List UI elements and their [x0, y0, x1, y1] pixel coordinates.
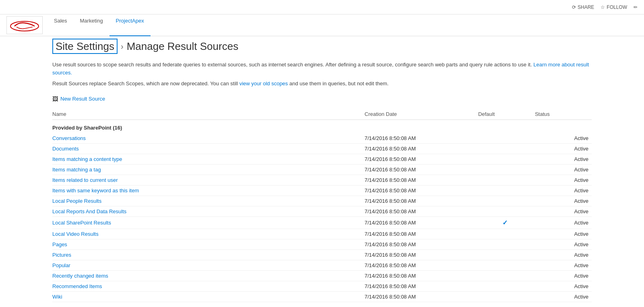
- col-header-date: Creation Date: [365, 109, 478, 120]
- result-source-date: 7/14/2016 8:50:08 AM: [365, 133, 478, 144]
- result-sources-table: Name Creation Date Default Status Provid…: [52, 109, 592, 302]
- result-source-link[interactable]: Wiki: [52, 294, 62, 300]
- result-source-link[interactable]: Conversations: [52, 135, 86, 141]
- result-source-status: Active: [535, 164, 592, 175]
- result-source-status: Active: [535, 260, 592, 270]
- result-source-default: [478, 196, 535, 206]
- result-source-default: [478, 270, 535, 281]
- result-source-link[interactable]: Popular: [52, 262, 70, 268]
- view-scopes-link[interactable]: view your old scopes: [239, 80, 288, 87]
- table-row: Items related to current user7/14/2016 8…: [52, 175, 592, 185]
- main-content: Use result sources to scope search resul…: [0, 57, 644, 307]
- nav-tab-projectapex[interactable]: ProjectApex: [109, 14, 151, 36]
- description-main: Use result sources to scope search resul…: [52, 61, 592, 76]
- new-result-icon: 🖼: [52, 96, 58, 102]
- result-source-status: Active: [535, 291, 592, 302]
- result-source-date: 7/14/2016 8:50:08 AM: [365, 249, 478, 260]
- table-row: Local Reports And Data Results7/14/2016 …: [52, 206, 592, 216]
- star-icon: ☆: [601, 4, 605, 10]
- result-source-date: 7/14/2016 8:50:08 AM: [365, 154, 478, 164]
- result-source-date: 7/14/2016 8:50:08 AM: [365, 281, 478, 291]
- table-row: Popular7/14/2016 8:50:08 AMActive: [52, 260, 592, 270]
- result-source-status: Active: [535, 133, 592, 144]
- nav-tab-sales[interactable]: Sales: [47, 14, 74, 36]
- table-row: Items matching a tag7/14/2016 8:50:08 AM…: [52, 164, 592, 175]
- share-icon: ⟳: [572, 4, 576, 10]
- table-row: Local SharePoint Results7/14/2016 8:50:0…: [52, 216, 592, 229]
- result-source-default: [478, 143, 535, 154]
- edit-icon: ✏: [634, 4, 638, 10]
- share-action[interactable]: ⟳ SHARE: [572, 4, 594, 10]
- table-row: Items with same keyword as this item7/14…: [52, 185, 592, 196]
- result-source-status: Active: [535, 270, 592, 281]
- follow-label: FOLLOW: [607, 4, 627, 10]
- result-source-default: [478, 291, 535, 302]
- table-row: Recently changed items7/14/2016 8:50:08 …: [52, 270, 592, 281]
- result-source-date: 7/14/2016 8:50:08 AM: [365, 216, 478, 229]
- result-source-default: [478, 154, 535, 164]
- result-source-link[interactable]: Local Reports And Data Results: [52, 208, 126, 214]
- table-row: Local Video Results7/14/2016 8:50:08 AMA…: [52, 229, 592, 239]
- page-title: Manage Result Sources: [127, 40, 238, 53]
- result-source-link[interactable]: Items with same keyword as this item: [52, 187, 139, 194]
- result-source-status: Active: [535, 281, 592, 291]
- top-bar-actions: ⟳ SHARE ☆ FOLLOW ✏: [572, 4, 638, 10]
- result-source-default: [478, 175, 535, 185]
- result-source-date: 7/14/2016 8:50:08 AM: [365, 196, 478, 206]
- follow-action[interactable]: ☆ FOLLOW: [601, 4, 627, 10]
- result-source-link[interactable]: Documents: [52, 146, 79, 152]
- result-source-status: Active: [535, 185, 592, 196]
- result-source-default: ✓: [478, 216, 535, 229]
- table-row: Pages7/14/2016 8:50:08 AMActive: [52, 239, 592, 249]
- logo-svg: [8, 18, 41, 32]
- share-label: SHARE: [578, 4, 594, 10]
- col-header-name: Name: [52, 109, 365, 120]
- site-logo: [6, 16, 43, 34]
- default-checkmark: ✓: [502, 219, 508, 226]
- result-source-default: [478, 249, 535, 260]
- result-source-date: 7/14/2016 8:50:08 AM: [365, 260, 478, 270]
- table-header-row: Name Creation Date Default Status: [52, 109, 592, 120]
- result-source-date: 7/14/2016 8:50:08 AM: [365, 239, 478, 249]
- table-row: Recommended Items7/14/2016 8:50:08 AMAct…: [52, 281, 592, 291]
- result-source-link[interactable]: Local SharePoint Results: [52, 220, 111, 226]
- result-source-date: 7/14/2016 8:50:08 AM: [365, 143, 478, 154]
- new-result-source-button[interactable]: 🖼 New Result Source: [52, 96, 592, 102]
- result-source-status: Active: [535, 229, 592, 239]
- edit-action[interactable]: ✏: [634, 4, 638, 10]
- result-source-status: Active: [535, 216, 592, 229]
- table-row: Pictures7/14/2016 8:50:08 AMActive: [52, 249, 592, 260]
- table-row: Conversations7/14/2016 8:50:08 AMActive: [52, 133, 592, 144]
- result-source-link[interactable]: Recommended Items: [52, 283, 102, 289]
- result-source-status: Active: [535, 175, 592, 185]
- result-source-default: [478, 281, 535, 291]
- result-source-link[interactable]: Items matching a tag: [52, 167, 101, 173]
- page-header: Site Settings › Manage Result Sources: [0, 36, 644, 57]
- result-source-default: [478, 206, 535, 216]
- table-row: Documents7/14/2016 8:50:08 AMActive: [52, 143, 592, 154]
- result-source-link[interactable]: Local Video Results: [52, 231, 99, 237]
- result-source-status: Active: [535, 249, 592, 260]
- result-source-default: [478, 239, 535, 249]
- result-source-default: [478, 260, 535, 270]
- result-source-link[interactable]: Local People Results: [52, 198, 101, 204]
- result-source-link[interactable]: Items related to current user: [52, 177, 118, 183]
- result-source-date: 7/14/2016 8:50:08 AM: [365, 291, 478, 302]
- table-row: Local People Results7/14/2016 8:50:08 AM…: [52, 196, 592, 206]
- result-source-date: 7/14/2016 8:50:08 AM: [365, 185, 478, 196]
- nav-tab-marketing[interactable]: Marketing: [74, 14, 109, 36]
- site-settings-link[interactable]: Site Settings: [52, 39, 118, 54]
- result-source-link[interactable]: Pictures: [52, 252, 71, 258]
- result-source-link[interactable]: Items matching a content type: [52, 156, 122, 162]
- result-source-link[interactable]: Pages: [52, 241, 67, 247]
- result-source-status: Active: [535, 143, 592, 154]
- result-source-status: Active: [535, 154, 592, 164]
- result-source-default: [478, 133, 535, 144]
- result-source-status: Active: [535, 206, 592, 216]
- top-bar: ⟳ SHARE ☆ FOLLOW ✏: [0, 0, 644, 14]
- table-row: Wiki7/14/2016 8:50:08 AMActive: [52, 291, 592, 302]
- result-source-link[interactable]: Recently changed items: [52, 273, 108, 279]
- result-source-date: 7/14/2016 8:50:08 AM: [365, 175, 478, 185]
- secondary-description: Result Sources replace Search Scopes, wh…: [52, 80, 592, 88]
- logo-area: [6, 14, 47, 36]
